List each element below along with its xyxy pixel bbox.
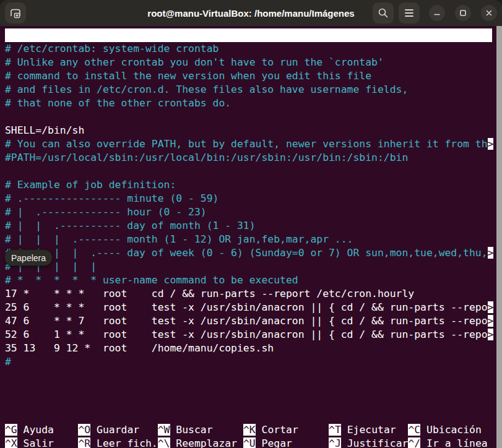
- maximize-icon: [459, 9, 467, 17]
- editor-line: 47 6 * * 7 root test -x /usr/sbin/anacro…: [5, 314, 493, 328]
- editor-line: # | | | .------- month (1 - 12) OR jan,f…: [5, 233, 493, 246]
- shortcut-label: Justificar: [341, 437, 409, 448]
- editor-line: # * * * * * user-name command to be exec…: [5, 274, 493, 287]
- editor-line: # and files in /etc/cron.d. These files …: [5, 83, 493, 97]
- new-tab-button[interactable]: [5, 2, 26, 24]
- new-tab-icon: [9, 7, 22, 19]
- close-icon: [485, 9, 493, 17]
- shortcut-key: ^R: [78, 437, 90, 448]
- line-overflow-marker: >: [488, 315, 494, 327]
- line-overflow-marker: >: [488, 301, 494, 313]
- nano-titlebar: GNU nano 7.2 /etc/crontab *: [5, 28, 492, 42]
- editor-line: [5, 110, 493, 124]
- shortcut-label: Cortar: [256, 424, 329, 436]
- maximize-button[interactable]: [455, 5, 471, 21]
- shortcut-label: Ejecutar: [341, 424, 409, 436]
- nano-shortcut-bar: ^G Ayuda ^O Guardar ^W Buscar ^K Cortar …: [5, 423, 488, 448]
- shortcut-label: Ubicación: [420, 424, 482, 436]
- shortcut-label: Leer fich.: [90, 437, 158, 448]
- editor-line: 25 6 * * * root test -x /usr/sbin/anacro…: [5, 301, 493, 314]
- editor-line: 17 * * * * root cd / && run-parts --repo…: [5, 287, 493, 301]
- shortcut-key: ^/: [408, 437, 420, 448]
- editor-line: # | | .---------- day of month (1 - 31): [5, 219, 493, 233]
- search-icon: [378, 7, 389, 19]
- editor-line: # that none of the other crontabs do.: [5, 97, 493, 110]
- editor-line: 35 13 9 12 * root /home/manu/copies.sh: [5, 342, 493, 355]
- shortcut-label: Salir: [17, 437, 79, 448]
- shortcut-key: ^\: [158, 437, 170, 448]
- shortcut-row: ^X Salir ^R Leer fich.^\ Reemplazar ^U P…: [5, 437, 488, 448]
- shortcut-row: ^G Ayuda ^O Guardar ^W Buscar ^K Cortar …: [5, 423, 488, 437]
- shortcut-label: Reemplazar: [170, 437, 243, 448]
- line-overflow-marker: >: [488, 329, 494, 340]
- editor-line: 52 6 1 * * root test -x /usr/sbin/anacro…: [5, 328, 493, 342]
- shortcut-label: Pegar: [256, 437, 329, 448]
- shortcut-key: ^C: [408, 424, 420, 436]
- editor-area: # /etc/crontab: system-wide crontab# Unl…: [5, 42, 493, 369]
- editor-line: # You can also override PATH, but by def…: [5, 137, 493, 151]
- scrollbar[interactable]: [496, 26, 502, 448]
- line-overflow-marker: >: [488, 247, 494, 259]
- editor-line: [5, 165, 493, 178]
- shortcut-key: ^X: [5, 437, 17, 448]
- editor-line: #PATH=/usr/local/sbin:/usr/local/bin:/us…: [5, 151, 493, 165]
- shortcut-key: ^W: [158, 424, 170, 436]
- shortcut-label: Ir a línea: [420, 437, 488, 448]
- editor-line: # Example of job definition:: [5, 178, 493, 192]
- trash-tooltip: Papelera: [4, 249, 53, 266]
- shortcut-label: Buscar: [170, 424, 243, 436]
- menu-button[interactable]: [399, 2, 420, 24]
- editor-line: # .---------------- minute (0 - 59): [5, 192, 493, 205]
- shortcut-key: ^G: [5, 424, 17, 436]
- shortcut-key: ^O: [78, 424, 90, 436]
- search-button[interactable]: [373, 2, 394, 24]
- terminal-window: root@manu-VirtualBox: /home/manu/Imágene…: [0, 0, 502, 448]
- shortcut-key: ^K: [243, 424, 256, 436]
- editor-line: # | | | | |: [5, 260, 493, 274]
- titlebar: root@manu-VirtualBox: /home/manu/Imágene…: [0, 0, 502, 26]
- line-overflow-marker: >: [488, 138, 494, 150]
- shortcut-label: Ayuda: [17, 424, 79, 436]
- minimize-icon: [433, 9, 441, 17]
- editor-line: SHELL=/bin/sh: [5, 124, 493, 137]
- shortcut-label: Guardar: [90, 424, 158, 436]
- shortcut-key: ^J: [329, 437, 341, 448]
- shortcut-key: ^U: [243, 437, 256, 448]
- close-button[interactable]: [481, 5, 497, 21]
- terminal-screen[interactable]: GNU nano 7.2 /etc/crontab * # /etc/cront…: [0, 26, 502, 448]
- editor-line: # Unlike any other crontab you don't hav…: [5, 56, 493, 69]
- editor-line: #: [5, 355, 493, 369]
- editor-line: # | .------------- hour (0 - 23): [5, 205, 493, 219]
- window-title: root@manu-VirtualBox: /home/manu/Imágene…: [0, 8, 502, 19]
- menu-icon: [404, 9, 414, 17]
- shortcut-key: ^T: [329, 424, 341, 436]
- editor-line: # | | | | .---- day of week (0 - 6) (Sun…: [5, 246, 493, 260]
- minimize-button[interactable]: [429, 5, 445, 21]
- editor-line: # /etc/crontab: system-wide crontab: [5, 42, 493, 56]
- editor-line: # command to install the new version whe…: [5, 69, 493, 83]
